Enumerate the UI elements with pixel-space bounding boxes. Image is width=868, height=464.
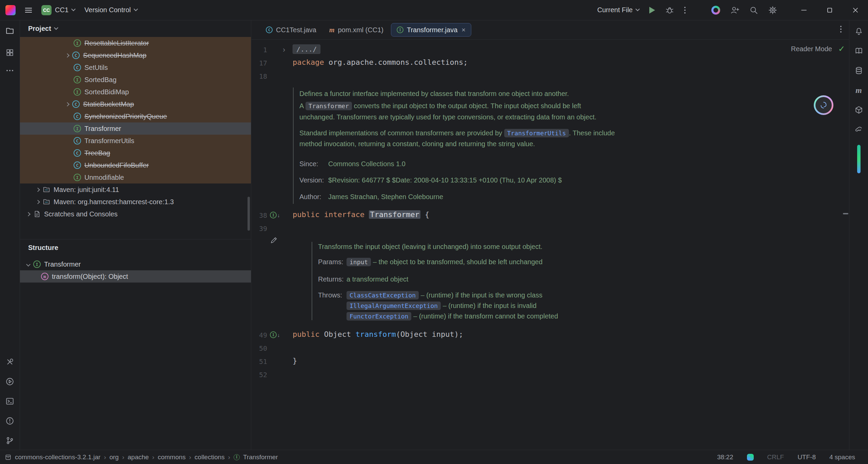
breadcrumb-item[interactable]: collections	[195, 453, 225, 461]
tree-item-maven-hamcrest[interactable]: Maven: org.hamcrest:hamcrest-core:1.3	[20, 196, 251, 208]
chevron-right-icon[interactable]	[65, 102, 70, 107]
tree-item-sortedbag[interactable]: I SortedBag	[20, 74, 251, 86]
breadcrumb-separator	[228, 453, 230, 461]
run-configuration-selector[interactable]: Current File	[597, 6, 639, 14]
maximize-button[interactable]	[822, 3, 837, 17]
doc-paragraph: A Transformer converts the input object …	[299, 100, 581, 112]
main-menu-icon[interactable]	[25, 8, 32, 13]
breadcrumb-item[interactable]: apache	[128, 453, 149, 461]
dependencies-tool-icon[interactable]	[854, 105, 863, 114]
problems-tool-icon[interactable]	[5, 417, 14, 425]
project-scrollbar-thumb[interactable]	[248, 197, 250, 231]
reader-mode-widget[interactable]: Reader Mode	[791, 44, 845, 54]
tree-item-maven-junit[interactable]: Maven: junit:junit:4.11	[20, 183, 251, 196]
run-tool-icon[interactable]	[5, 377, 14, 386]
code-reference-chip[interactable]: Transformer	[305, 102, 352, 110]
structure-tool-icon[interactable]	[5, 48, 14, 57]
doc-link-chip[interactable]: IllegalArgumentException	[347, 302, 441, 310]
more-tool-windows-icon[interactable]	[6, 70, 13, 71]
code-with-me-icon[interactable]	[730, 6, 739, 15]
tab-label: CC1Test.java	[276, 26, 316, 34]
tab-pom[interactable]: m pom.xml (CC1)	[324, 23, 389, 37]
tab-transformer-active[interactable]: I Transformer.java	[391, 23, 471, 37]
fold-chevron-icon[interactable]	[283, 45, 285, 55]
tree-item-sequencedhashmap[interactable]: C SequencedHashMap	[20, 49, 251, 61]
line-separator-widget[interactable]: CRLF	[767, 453, 784, 461]
code-line-51: }	[293, 356, 297, 367]
class-icon: C	[74, 161, 81, 169]
search-icon[interactable]	[749, 6, 758, 15]
doc-paragraph: unchanged. Transformers are typically us…	[299, 112, 596, 123]
ai-assistant-floating-button[interactable]	[814, 95, 833, 115]
version-control-tool-icon[interactable]	[5, 436, 14, 445]
structure-method-item[interactable]: m transform(Object): Object	[20, 270, 251, 283]
doc-link-chip[interactable]: FunctorException	[347, 312, 411, 321]
indent-widget[interactable]: 4 spaces	[829, 453, 855, 461]
database-tool-icon[interactable]	[854, 66, 863, 75]
chevron-right-icon[interactable]	[36, 200, 40, 204]
close-tab-icon[interactable]	[461, 26, 466, 33]
encoding-widget[interactable]: UTF-8	[797, 453, 816, 461]
tree-item-synchronizedpriorityqueue[interactable]: C SynchronizedPriorityQueue	[20, 110, 251, 122]
caret-position-widget[interactable]: 38:22	[717, 453, 733, 461]
terminal-tool-icon[interactable]	[5, 397, 14, 406]
line-number: 39	[252, 224, 267, 234]
debug-icon[interactable]	[665, 6, 674, 15]
tree-item-setutils[interactable]: C SetUtils	[20, 61, 251, 74]
breadcrumb-separator	[152, 453, 154, 461]
gradle-tool-icon[interactable]	[854, 125, 863, 134]
project-panel-header[interactable]: Project	[20, 20, 251, 37]
settings-gear-icon[interactable]	[768, 6, 777, 15]
chevron-right-icon[interactable]	[36, 188, 40, 192]
tree-item-resettablelistiterator[interactable]: I ResettableListIterator	[20, 37, 251, 49]
inspections-ok-icon[interactable]	[838, 44, 845, 54]
scrollbar-caret-mark	[843, 213, 848, 214]
edit-javadoc-pencil-icon[interactable]	[270, 236, 278, 244]
tree-item-unboundedfifobuffer[interactable]: C UnboundedFifoBuffer	[20, 159, 251, 171]
ai-status-icon[interactable]	[747, 454, 754, 461]
more-actions-icon[interactable]	[684, 7, 686, 14]
tab-options-icon[interactable]	[840, 26, 842, 33]
tree-item-transformerutils[interactable]: C TransformerUtils	[20, 135, 251, 147]
doc-link-chip[interactable]: ClassCastException	[347, 291, 419, 299]
close-button[interactable]	[848, 3, 863, 17]
ai-assistant-icon[interactable]	[711, 6, 720, 15]
chevron-right-icon[interactable]	[26, 212, 31, 216]
structure-panel-header: Structure	[20, 239, 251, 256]
line-number: 17	[252, 58, 267, 68]
structure-root-item[interactable]: I Transformer	[20, 258, 251, 270]
breadcrumb-item[interactable]: commons-collections-3.2.1.jar	[15, 453, 100, 461]
chevron-down-icon[interactable]	[26, 262, 31, 267]
folded-comment[interactable]: /.../	[293, 44, 320, 54]
chevron-right-icon[interactable]	[65, 53, 70, 58]
tab-label: pom.xml (CC1)	[338, 26, 383, 34]
tree-item-transformer-selected[interactable]: I Transformer	[20, 122, 251, 135]
project-selector[interactable]: CC CC1	[41, 5, 75, 15]
tree-item-staticbucketmap[interactable]: C StaticBucketMap	[20, 98, 251, 110]
tree-item-sortedbidimap[interactable]: I SortedBidiMap	[20, 86, 251, 98]
tab-cc1test[interactable]: C CC1Test.java	[260, 23, 322, 37]
project-panel-title: Project	[28, 25, 51, 33]
project-tool-icon[interactable]	[5, 26, 14, 35]
documentation-tool-icon[interactable]	[854, 46, 863, 55]
minimize-button[interactable]	[796, 3, 812, 17]
implementations-gutter-icon[interactable]: I	[270, 331, 280, 338]
implementations-gutter-icon[interactable]: I	[270, 212, 280, 218]
breadcrumb-item[interactable]: Transformer	[243, 453, 278, 461]
doc-throws-row: IllegalArgumentException – (runtime) if …	[318, 300, 536, 311]
breadcrumb-item[interactable]: org	[110, 453, 119, 461]
tree-item-scratches[interactable]: Scratches and Consoles	[20, 208, 251, 220]
ai-assistant-tool-icon[interactable]	[857, 145, 861, 173]
interface-icon: I	[234, 454, 240, 460]
notifications-bell-icon[interactable]	[854, 27, 863, 36]
build-tool-icon[interactable]	[5, 357, 14, 366]
tree-item-unmodifiable[interactable]: I Unmodifiable	[20, 171, 251, 183]
vcs-widget[interactable]: Version Control	[84, 6, 137, 14]
doc-link-chip[interactable]: TransformerUtils	[504, 129, 569, 137]
maven-tool-icon[interactable]: m	[855, 86, 862, 95]
code-line-1: /.../	[293, 45, 320, 55]
chevron-down-icon	[71, 7, 76, 11]
run-button[interactable]	[649, 7, 655, 14]
tree-item-treebag[interactable]: C TreeBag	[20, 147, 251, 159]
breadcrumb-item[interactable]: commons	[158, 453, 185, 461]
